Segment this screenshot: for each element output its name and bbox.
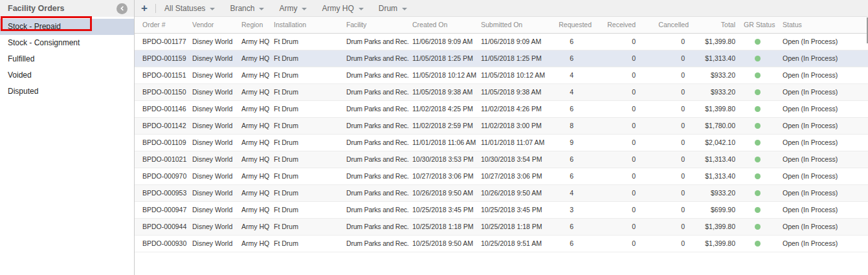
- table-row[interactable]: BPDO-000953Disney WorldArmy HQFt DrumDru…: [135, 185, 868, 202]
- cell-facility: Drum Parks and Rec...: [343, 118, 409, 134]
- cell-total: $1,313.40: [694, 50, 740, 67]
- column-header-submitted-on[interactable]: Submitted On: [478, 17, 551, 33]
- sidebar-item-stock-consignment[interactable]: Stock - Consignment: [0, 35, 134, 51]
- cell-received: 0: [597, 50, 642, 67]
- cell-facility: Drum Parks and Rec...: [343, 219, 409, 235]
- cell-installation: Ft Drum: [271, 135, 343, 151]
- column-header-gr-status[interactable]: GR Status: [740, 17, 781, 33]
- cell-vendor: Disney World: [189, 118, 238, 134]
- sidebar-item-label: Disputed: [8, 87, 38, 96]
- sidebar-item-voided[interactable]: Voided: [0, 67, 134, 83]
- filter-drum[interactable]: Drum: [379, 4, 407, 13]
- cell-vendor: Disney World: [189, 185, 238, 201]
- table-row[interactable]: BPDO-001142Disney WorldArmy HQFt DrumDru…: [135, 118, 868, 135]
- filter-army-hq[interactable]: Army HQ: [322, 4, 363, 13]
- grid-body: BPDO-001177Disney WorldArmy HQFt DrumDru…: [135, 34, 868, 252]
- filter-branch[interactable]: Branch: [230, 4, 264, 13]
- table-row[interactable]: BPDO-001159Disney WorldArmy HQFt DrumDru…: [135, 50, 868, 67]
- cell-installation: Ft Drum: [271, 151, 343, 168]
- cell-received: 0: [597, 151, 642, 168]
- cell-status: Open (In Process): [781, 67, 868, 83]
- cell-created-on: 10/26/2018 9:50 AM: [409, 185, 478, 201]
- column-header-cancelled[interactable]: Cancelled: [642, 17, 694, 33]
- sidebar-item-stock-prepaid[interactable]: Stock - Prepaid: [0, 19, 134, 35]
- facility-orders-app: Facility Orders Stock - PrepaidStock - C…: [0, 0, 868, 275]
- cell-received: 0: [597, 84, 642, 100]
- column-header-installation[interactable]: Installation: [271, 17, 343, 33]
- cell-gr-status: [740, 168, 781, 184]
- column-header-total[interactable]: Total: [694, 17, 740, 33]
- cell-facility: Drum Parks and Rec...: [343, 168, 409, 184]
- sidebar-title: Facility Orders: [8, 4, 65, 13]
- cell-created-on: 11/05/2018 9:38 AM: [409, 84, 478, 100]
- cell-created-on: 10/25/2018 1:18 PM: [409, 219, 478, 235]
- cell-created-on: 11/02/2018 2:59 PM: [409, 118, 478, 134]
- cell-total: $933.20: [694, 67, 740, 83]
- cell-installation: Ft Drum: [271, 202, 343, 218]
- cell-received: 0: [597, 67, 642, 83]
- cell-submitted-on: 11/06/2018 9:09 AM: [478, 34, 551, 50]
- cell-region: Army HQ: [238, 118, 271, 134]
- column-header-received[interactable]: Received: [597, 17, 642, 33]
- cell-region: Army HQ: [238, 67, 271, 83]
- cell-installation: Ft Drum: [271, 67, 343, 83]
- gr-status-dot: [755, 207, 761, 213]
- cell-gr-status: [740, 50, 781, 67]
- cell-installation: Ft Drum: [271, 118, 343, 134]
- chevron-down-icon: [210, 8, 215, 10]
- cell-cancelled: 0: [642, 202, 694, 218]
- sidebar-item-disputed[interactable]: Disputed: [0, 83, 134, 100]
- column-header-region[interactable]: Region: [238, 17, 271, 33]
- table-row[interactable]: BPDO-001021Disney WorldArmy HQFt DrumDru…: [135, 151, 868, 168]
- column-header-requested[interactable]: Requested: [551, 17, 597, 33]
- filter-army[interactable]: Army: [279, 4, 307, 13]
- table-row[interactable]: BPDO-000930Disney WorldArmy HQFt DrumDru…: [135, 236, 868, 252]
- cell-requested: 4: [551, 84, 597, 100]
- cell-order: BPDO-001150: [135, 84, 189, 100]
- column-header-vendor[interactable]: Vendor: [189, 17, 238, 33]
- table-row[interactable]: BPDO-001150Disney WorldArmy HQFt DrumDru…: [135, 84, 868, 101]
- cell-cancelled: 0: [642, 135, 694, 151]
- table-row[interactable]: BPDO-001151Disney WorldArmy HQFt DrumDru…: [135, 67, 868, 84]
- gr-status-dot: [755, 39, 761, 45]
- cell-vendor: Disney World: [189, 84, 238, 100]
- column-header-created-on[interactable]: Created On: [409, 17, 478, 33]
- cell-facility: Drum Parks and Rec...: [343, 84, 409, 100]
- cell-received: 0: [597, 236, 642, 252]
- table-row[interactable]: BPDO-001146Disney WorldArmy HQFt DrumDru…: [135, 101, 868, 118]
- table-row[interactable]: BPDO-000944Disney WorldArmy HQFt DrumDru…: [135, 219, 868, 236]
- cell-gr-status: [740, 236, 781, 252]
- cell-cancelled: 0: [642, 67, 694, 83]
- sidebar-item-fulfilled[interactable]: Fulfilled: [0, 51, 134, 67]
- cell-requested: 6: [551, 219, 597, 235]
- column-header-facility[interactable]: Facility: [343, 17, 409, 33]
- column-header-order[interactable]: Order #: [135, 17, 189, 33]
- table-row[interactable]: BPDO-001109Disney WorldArmy HQFt DrumDru…: [135, 135, 868, 151]
- table-row[interactable]: BPDO-000947Disney WorldArmy HQFt DrumDru…: [135, 202, 868, 219]
- chevron-down-icon: [259, 8, 264, 10]
- cell-vendor: Disney World: [189, 34, 238, 50]
- sidebar-nav: Stock - PrepaidStock - ConsignmentFulfil…: [0, 17, 134, 100]
- table-row[interactable]: BPDO-000970Disney WorldArmy HQFt DrumDru…: [135, 168, 868, 185]
- main-panel: + All StatusesBranchArmyArmy HQDrum Orde…: [135, 0, 868, 275]
- table-row[interactable]: BPDO-001177Disney WorldArmy HQFt DrumDru…: [135, 34, 868, 50]
- cell-installation: Ft Drum: [271, 185, 343, 201]
- toolbar-divider: [155, 4, 156, 13]
- gr-status-dot: [755, 173, 761, 179]
- collapse-sidebar-button[interactable]: [117, 3, 128, 14]
- cell-installation: Ft Drum: [271, 168, 343, 184]
- gr-status-dot: [755, 190, 761, 196]
- cell-submitted-on: 11/02/2018 4:26 PM: [478, 101, 551, 117]
- cell-facility: Drum Parks and Rec...: [343, 135, 409, 151]
- cell-gr-status: [740, 118, 781, 134]
- cell-submitted-on: 11/05/2018 10:12 AM: [478, 67, 551, 83]
- sidebar-item-label: Stock - Prepaid: [8, 22, 61, 31]
- column-header-status[interactable]: Status: [781, 17, 868, 33]
- cell-received: 0: [597, 135, 642, 151]
- cell-status: Open (In Process): [781, 118, 868, 134]
- filter-bar: All StatusesBranchArmyArmy HQDrum: [164, 4, 407, 13]
- add-order-button[interactable]: +: [139, 3, 150, 14]
- cell-total: $1,399.80: [694, 101, 740, 117]
- filter-all-statuses[interactable]: All Statuses: [164, 4, 215, 13]
- cell-region: Army HQ: [238, 219, 271, 235]
